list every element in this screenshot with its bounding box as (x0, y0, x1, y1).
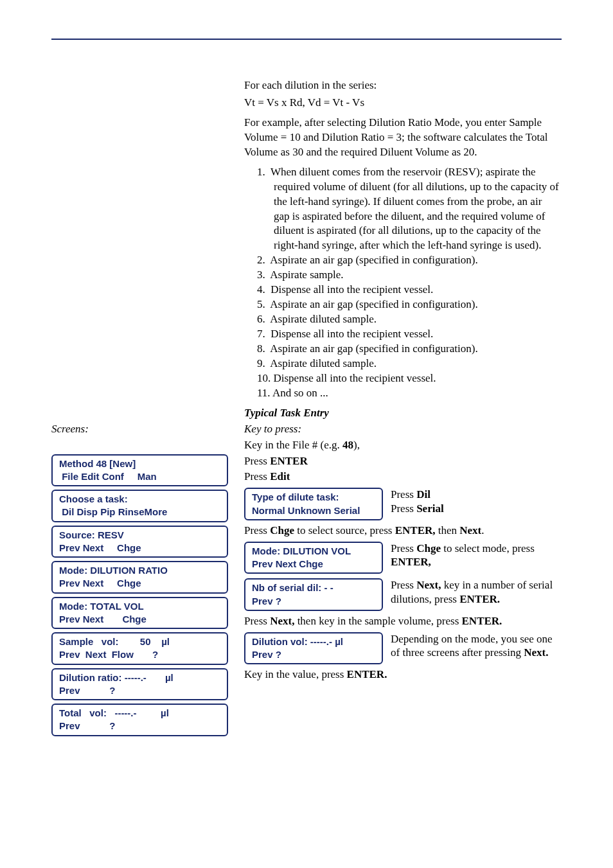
t: Press (391, 542, 416, 554)
t: Key in the File # (e.g. (244, 439, 342, 451)
step-8: 8. Aspirate an air gap (specified in con… (257, 342, 559, 357)
step-1-text: When diluent comes from the reservoir (R… (271, 166, 559, 252)
series-intro: For each dilution in the series: (244, 78, 559, 93)
lcd-mode-ratio: Mode: DILUTION RATIOPrev Next Chge (51, 561, 228, 594)
main-column: For each dilution in the series: Vt = Vs… (244, 78, 559, 421)
t: to select mode, press (441, 542, 535, 554)
step-2-text: Aspirate an air gap (specified in config… (270, 254, 477, 266)
keyin-value: Key in the value, press ENTER. (244, 668, 559, 682)
press-chge-source: Press Chge to select source, press ENTER… (244, 524, 559, 538)
t: Chge (416, 542, 441, 554)
t: to select source, press (294, 524, 395, 536)
step-3: 3. Aspirate sample. (257, 268, 559, 283)
t: ENTER, (395, 524, 436, 536)
lcd-dilution-ratio: Dilution ratio: -----.- µlPrev ? (51, 668, 228, 701)
t: 48 (342, 439, 353, 451)
lcd-line: Nb of serial dil: - - (252, 581, 375, 594)
side-serial: Press Next, key in a number of serial di… (391, 577, 559, 606)
press-edit: Press Edit (244, 470, 559, 484)
steps-list: 1. When diluent comes from the reservoir… (244, 165, 559, 401)
right-column: Key to press: Key in the File # (e.g. 48… (244, 421, 559, 684)
t: Edit (270, 470, 290, 483)
row-dilution-vol: Dilution vol: -----.- µlPrev ? Depending… (244, 631, 559, 666)
t: Chge (270, 524, 294, 536)
t: Next. (524, 646, 548, 659)
step-6: 6. Aspirate diluted sample. (257, 312, 559, 327)
example-paragraph: For example, after selecting Dilution Ra… (244, 116, 559, 160)
lcd-line: Mode: TOTAL VOL (59, 600, 220, 613)
lcd-serial-dil: Nb of serial dil: - -Prev ? (244, 578, 383, 611)
series-formula: Vt = Vs x Rd, Vd = Vt - Vs (244, 96, 559, 111)
lcd-line: Prev Next Flow ? (59, 648, 220, 661)
t: ENTER. (462, 615, 502, 627)
t: Press (391, 579, 416, 591)
step-7-text: Dispense all into the recipient vessel. (271, 328, 433, 340)
lcd-line: Dilution ratio: -----.- µl (59, 671, 220, 684)
lcd-line: Normal Unknown Serial (252, 504, 375, 517)
t: ENTER, (391, 556, 431, 568)
lcd-line: Prev ? (59, 684, 220, 697)
t: ENTER. (347, 668, 387, 680)
step-11: 11. And so on ... (257, 386, 559, 401)
step-4: 4. Dispense all into the recipient vesse… (257, 283, 559, 297)
step-1: 1. When diluent comes from the reservoir… (257, 165, 559, 254)
step-4-text: Dispense all into the recipient vessel. (271, 283, 433, 296)
lcd-line: Type of dilute task: (252, 491, 375, 504)
lcd-sample-vol: Sample vol: 50 µlPrev Next Flow ? (51, 632, 228, 665)
lcd-line: Mode: DILUTION RATIO (59, 564, 220, 577)
t: Serial (416, 502, 444, 515)
press-enter: Press ENTER (244, 454, 559, 469)
lcd-line: Total vol: -----.- µl (59, 707, 220, 720)
lcd-mode-total: Mode: TOTAL VOLPrev Next Chge (51, 597, 228, 630)
lcd-dilute-task: Type of dilute task:Normal Unknown Seria… (244, 488, 383, 520)
side-depending: Depending on the mode, you see one of th… (391, 631, 559, 660)
t: Press (244, 524, 270, 536)
step-5: 5. Aspirate an air gap (specified in con… (257, 297, 559, 312)
lcd-line: File Edit Conf Man (59, 470, 220, 483)
side-dil-serial: Press Dil Press Serial (391, 486, 559, 515)
t: Key in the value, press (244, 668, 347, 680)
lcd-mode-vol: Mode: DILUTION VOLPrev Next Chge (244, 542, 383, 574)
t: ENTER. (459, 593, 500, 605)
lcd-total-vol: Total vol: -----.- µlPrev ? (51, 704, 228, 736)
lcd-line: Prev ? (59, 720, 220, 732)
row-dilute-task: Type of dilute task:Normal Unknown Seria… (244, 486, 559, 522)
press-next-sample: Press Next, then key in the sample volum… (244, 614, 559, 629)
lcd-line: Prev ? (252, 595, 375, 608)
step-5-text: Aspirate an air gap (specified in config… (270, 298, 477, 310)
step-10-text: Dispense all into the recipient vessel. (274, 372, 436, 384)
lcd-dilution-vol: Dilution vol: -----.- µlPrev ? (244, 632, 383, 665)
t: ), (353, 439, 360, 451)
step-11-text: And so on ... (272, 387, 328, 399)
left-column: Screens: Method 48 [New] File Edit Conf … (51, 421, 244, 740)
keyin-file: Key in the File # (e.g. 48), (244, 438, 559, 453)
lcd-line: Sample vol: 50 µl (59, 635, 220, 648)
step-3-text: Aspirate sample. (270, 269, 343, 281)
lcd-choose-task: Choose a task: Dil Disp Pip RinseMore (51, 490, 228, 522)
row-mode-vol: Mode: DILUTION VOLPrev Next Chge Press C… (244, 540, 559, 576)
t: Next, (270, 615, 294, 627)
step-2: 2. Aspirate an air gap (specified in con… (257, 253, 559, 268)
lcd-line: Dil Disp Pip RinseMore (59, 506, 220, 518)
t: Dil (416, 488, 431, 500)
lcd-source: Source: RESVPrev Next Chge (51, 526, 228, 558)
lcd-line: Dilution vol: -----.- µl (252, 635, 375, 648)
t: Next (459, 524, 481, 536)
lcd-line: Method 48 [New] (59, 457, 220, 470)
lcd-line: Prev ? (252, 648, 375, 661)
two-column-layout: Screens: Method 48 [New] File Edit Conf … (51, 421, 562, 740)
step-7: 7. Dispense all into the recipient vesse… (257, 327, 559, 342)
lcd-line: Mode: DILUTION VOL (252, 545, 375, 558)
row-serial-dil: Nb of serial dil: - -Prev ? Press Next, … (244, 577, 559, 612)
t: then (436, 524, 460, 536)
lcd-line: Prev Next Chge (59, 613, 220, 626)
step-9-text: Aspirate diluted sample. (270, 357, 377, 369)
screens-label: Screens: (51, 422, 244, 437)
lcd-method: Method 48 [New] File Edit Conf Man (51, 454, 228, 487)
lcd-line: Source: RESV (59, 529, 220, 542)
t: Press (244, 455, 270, 467)
t: ENTER (270, 455, 308, 467)
lcd-line: Prev Next Chge (59, 542, 220, 554)
lcd-line: Choose a task: (59, 493, 220, 506)
top-rule (51, 39, 562, 40)
